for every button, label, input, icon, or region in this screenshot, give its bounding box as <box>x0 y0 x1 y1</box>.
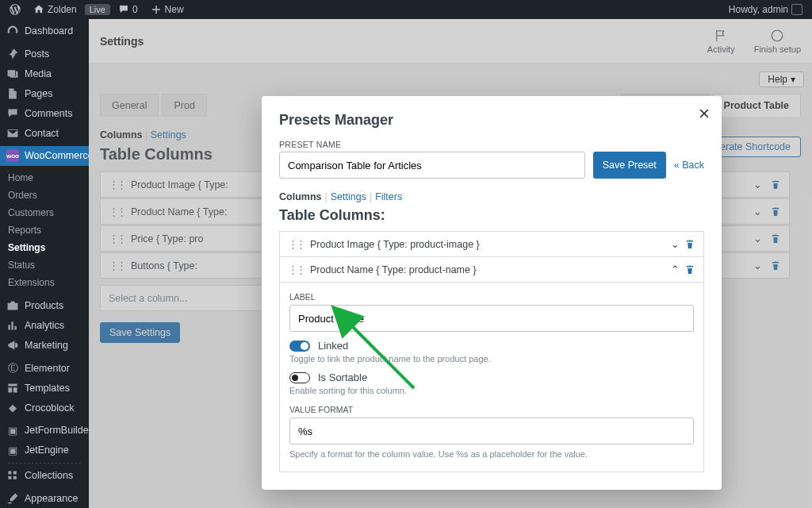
save-preset-button[interactable]: Save Preset <box>593 152 666 179</box>
brush-icon <box>6 492 19 505</box>
value-format-input[interactable] <box>289 418 694 444</box>
preset-name-input[interactable] <box>279 152 585 179</box>
modal-title: Presets Manager <box>279 112 704 129</box>
sidebar-item-jetengine[interactable]: ▣ JetEngine <box>0 441 89 460</box>
comments-link[interactable]: 0 <box>113 0 143 19</box>
column-label-input[interactable] <box>289 305 694 332</box>
avatar <box>791 4 802 15</box>
home-icon <box>33 4 44 15</box>
sortable-label: Is Sortable <box>318 371 367 383</box>
megaphone-icon <box>6 339 19 352</box>
elementor-icon: Ⓔ <box>6 362 19 375</box>
envelope-icon <box>6 127 19 140</box>
column-item-product-name[interactable]: ⋮⋮ Product Name { Type: product-name } ⌃ <box>279 256 704 283</box>
dashboard-icon <box>6 25 19 37</box>
column-settings-panel: LABEL Linked Toggle to link the product … <box>279 283 704 472</box>
chevron-down-icon[interactable]: ⌄ <box>671 238 680 250</box>
speech-bubble-icon <box>118 4 129 15</box>
sidebar-sub-extensions[interactable]: Extensions <box>0 274 89 291</box>
chevron-up-icon[interactable]: ⌃ <box>671 264 680 275</box>
site-name: Zolden <box>48 4 77 15</box>
drag-handle-icon[interactable]: ⋮⋮ <box>288 238 304 250</box>
new-link[interactable]: New <box>146 0 189 19</box>
sidebar-item-elementor[interactable]: Ⓔ Elementor <box>0 358 89 378</box>
status-pill: Live <box>85 4 110 15</box>
crocoblock-icon: ◆ <box>6 402 19 414</box>
site-home-link[interactable]: Zolden <box>29 0 82 19</box>
sidebar-item-collections[interactable]: Collections <box>0 466 89 486</box>
sortable-toggle[interactable] <box>289 372 310 383</box>
howdy[interactable]: Howdy, admin <box>724 0 807 19</box>
sidebar-sub-customers[interactable]: Customers <box>0 204 89 221</box>
media-icon <box>6 67 19 80</box>
modal-tab-columns[interactable]: Columns <box>279 191 321 202</box>
modal-heading: Table Columns: <box>279 207 704 224</box>
jetengine-icon: ▣ <box>6 444 19 456</box>
sidebar-sub-orders[interactable]: Orders <box>0 187 89 204</box>
sidebar-item-crocoblock[interactable]: ◆ Crocoblock <box>0 398 89 418</box>
products-icon <box>6 299 19 312</box>
templates-icon <box>6 382 19 394</box>
preset-name-label: PRESET NAME <box>279 140 704 149</box>
sidebar-item-products[interactable]: Products <box>0 296 89 316</box>
collections-icon <box>6 469 19 482</box>
linked-label: Linked <box>318 340 348 352</box>
trash-icon[interactable] <box>684 239 695 250</box>
sidebar-item-posts[interactable]: Posts <box>0 44 89 64</box>
column-item-product-image[interactable]: ⋮⋮ Product Image { Type: product-image }… <box>279 231 704 257</box>
sidebar-item-media[interactable]: Media <box>0 64 89 83</box>
sidebar-sub-settings[interactable]: Settings <box>0 239 89 256</box>
presets-manager-modal: Presets Manager PRESET NAME Save Preset … <box>262 96 722 490</box>
plus-icon <box>151 4 162 15</box>
wp-logo[interactable] <box>5 0 25 19</box>
back-link[interactable]: « Back <box>674 160 704 171</box>
sidebar-item-comments[interactable]: Comments <box>0 103 89 123</box>
sidebar-item-jetformbuilder[interactable]: ▣ JetFormBuilder <box>0 421 89 441</box>
sidebar-sub-reports[interactable]: Reports <box>0 221 89 239</box>
sidebar-item-analytics[interactable]: Analytics <box>0 316 89 336</box>
comments-count: 0 <box>132 4 138 15</box>
drag-handle-icon[interactable]: ⋮⋮ <box>288 264 304 275</box>
linked-toggle[interactable] <box>289 341 310 352</box>
page-icon <box>6 87 19 100</box>
woo-icon: woo <box>6 149 19 162</box>
sidebar-item-appearance[interactable]: Appearance <box>0 488 89 508</box>
sidebar-item-marketing[interactable]: Marketing <box>0 336 89 356</box>
sidebar-sub-status[interactable]: Status <box>0 256 89 274</box>
jfb-icon: ▣ <box>6 424 19 437</box>
sidebar-item-pages[interactable]: Pages <box>0 83 89 103</box>
pin-icon <box>6 48 19 60</box>
sidebar-item-templates[interactable]: Templates <box>0 378 89 398</box>
sidebar-item-woocommerce[interactable]: woo WooCommerce <box>0 146 89 166</box>
close-button[interactable] <box>698 107 710 120</box>
modal-tab-settings[interactable]: Settings <box>331 191 366 202</box>
modal-tab-filters[interactable]: Filters <box>375 191 402 202</box>
close-icon <box>698 107 710 120</box>
speech-bubble-icon <box>6 107 19 120</box>
sidebar-item-dashboard[interactable]: Dashboard <box>0 21 89 41</box>
bars-icon <box>6 319 19 332</box>
sidebar-item-contact[interactable]: Contact <box>0 123 89 143</box>
trash-icon[interactable] <box>684 264 695 275</box>
sidebar-sub-home[interactable]: Home <box>0 169 89 187</box>
